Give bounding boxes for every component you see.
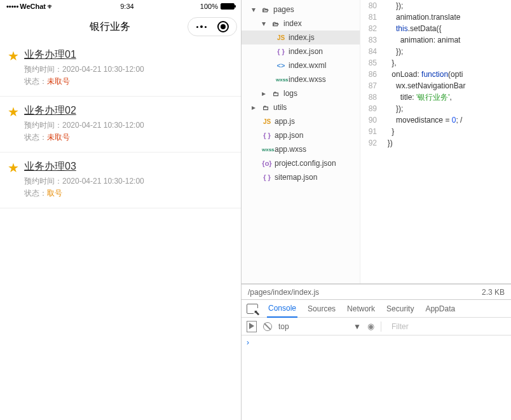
tab-appdata[interactable]: AppData: [424, 301, 456, 317]
item-status: 状态：未取号: [24, 76, 233, 87]
file-index-json[interactable]: { }index.json: [242, 44, 360, 58]
status-bar: ••••• WeChatᯤ 9:34 100%: [0, 0, 241, 13]
list-item[interactable]: ★ 业务办理01 预约时间：2020-04-21 10:30-12:00 状态：…: [0, 41, 241, 97]
file-app-js[interactable]: JSapp.js: [242, 114, 360, 128]
tab-sources[interactable]: Sources: [306, 301, 337, 317]
list-item[interactable]: ★ 业务办理02 预约时间：2020-04-21 10:30-12:00 状态：…: [0, 97, 241, 152]
item-time: 预约时间：2020-04-21 10:30-12:00: [24, 64, 233, 75]
play-icon[interactable]: [247, 321, 257, 332]
eye-icon[interactable]: ◉: [367, 322, 374, 331]
tab-network[interactable]: Network: [346, 301, 376, 317]
tab-console[interactable]: Console: [267, 300, 297, 318]
item-title: 业务办理03: [24, 160, 233, 173]
filter-input[interactable]: Filter: [388, 322, 506, 331]
star-icon: ★: [8, 161, 19, 200]
file-index-js[interactable]: JSindex.js: [242, 30, 360, 44]
file-project-config[interactable]: {o}project.config.json: [242, 156, 360, 170]
nav-bar: 银行业务: [0, 13, 241, 41]
star-icon: ★: [8, 50, 19, 88]
star-icon: ★: [8, 105, 19, 144]
devtools: Console Sources Network Security AppData…: [242, 299, 511, 420]
clock: 9:34: [120, 3, 133, 10]
console-prompt: ›: [247, 338, 249, 347]
file-path: /pages/index/index.js: [248, 288, 319, 297]
capsule[interactable]: [187, 17, 237, 36]
ide-panel: ▾🗁pages ▾🗁index JSindex.js { }index.json…: [242, 0, 511, 420]
folder-index[interactable]: ▾🗁index: [242, 17, 360, 30]
file-tree: ▾🗁pages ▾🗁index JSindex.js { }index.json…: [242, 0, 360, 283]
file-size: 2.3 KB: [482, 288, 505, 297]
file-index-wxml[interactable]: <>index.wxml: [242, 58, 360, 72]
file-app-wxss[interactable]: wxssapp.wxss: [242, 142, 360, 156]
simulator-panel: ••••• WeChatᯤ 9:34 100% 银行业务 ★ 业务办理01 预约…: [0, 0, 242, 420]
element-inspector-icon[interactable]: [247, 304, 258, 314]
list: ★ 业务办理01 预约时间：2020-04-21 10:30-12:00 状态：…: [0, 41, 241, 420]
context-select[interactable]: top▼: [278, 322, 361, 331]
wifi-icon: ᯤ: [47, 3, 54, 10]
menu-icon[interactable]: [196, 25, 207, 28]
battery-icon: [221, 3, 235, 10]
file-index-wxss[interactable]: wxssindex.wxss: [242, 72, 360, 86]
item-time: 预约时间：2020-04-21 10:30-12:00: [24, 176, 233, 187]
battery-percent: 100%: [200, 3, 218, 10]
console-body[interactable]: ›: [242, 335, 511, 420]
item-title: 业务办理01: [24, 48, 233, 62]
clear-icon[interactable]: [263, 322, 272, 331]
item-title: 业务办理02: [24, 104, 233, 118]
code-editor[interactable]: 80 }); 81 animation.translate 82 this.se…: [360, 0, 511, 283]
item-status: 状态：取号: [24, 188, 233, 199]
file-app-json[interactable]: { }app.json: [242, 128, 360, 142]
list-item[interactable]: ★ 业务办理03 预约时间：2020-04-21 10:30-12:00 状态：…: [0, 152, 241, 208]
page-title: 银行业务: [32, 20, 187, 34]
item-time: 预约时间：2020-04-21 10:30-12:00: [24, 120, 233, 131]
file-sitemap[interactable]: { }sitemap.json: [242, 170, 360, 184]
item-status: 状态：未取号: [24, 132, 233, 143]
folder-pages[interactable]: ▾🗁pages: [242, 3, 360, 17]
carrier-label: ••••• WeChatᯤ: [6, 3, 54, 10]
close-icon[interactable]: [217, 21, 229, 32]
tab-security[interactable]: Security: [385, 301, 415, 317]
folder-logs[interactable]: ▸🗀logs: [242, 86, 360, 100]
file-path-bar: /pages/index/index.js 2.3 KB: [242, 284, 511, 299]
folder-utils[interactable]: ▸🗀utils: [242, 100, 360, 114]
